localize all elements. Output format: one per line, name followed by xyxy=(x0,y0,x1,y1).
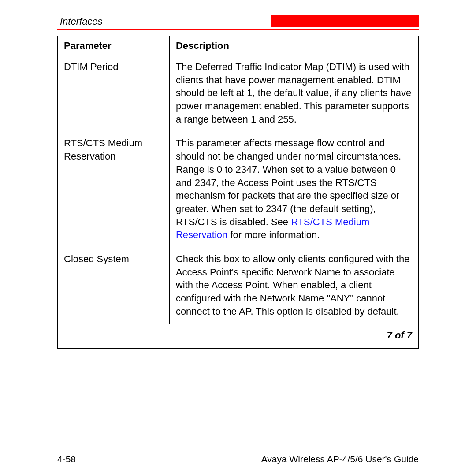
section-title: Interfaces xyxy=(57,16,103,27)
table-row: DTIM Period The Deferred Traffic Indicat… xyxy=(58,56,419,132)
page-footer: 4-58 Avaya Wireless AP-4/5/6 User's Guid… xyxy=(57,454,419,465)
page-header: Interfaces xyxy=(57,15,419,29)
desc-text-after: for more information. xyxy=(227,229,320,240)
column-header-parameter: Parameter xyxy=(58,36,170,56)
cell-parameter: DTIM Period xyxy=(58,56,170,132)
cell-description: This parameter affects message flow cont… xyxy=(169,132,418,248)
table-row: RTS/CTS Medium Reservation This paramete… xyxy=(58,132,419,248)
column-header-description: Description xyxy=(169,36,418,56)
parameter-table: Parameter Description DTIM Period The De… xyxy=(57,36,419,349)
table-row: Closed System Check this box to allow on… xyxy=(58,248,419,324)
header-rule xyxy=(57,29,419,30)
cell-description: The Deferred Traffic Indicator Map (DTIM… xyxy=(169,56,418,132)
cell-description: Check this box to allow only clients con… xyxy=(169,248,418,324)
desc-text-before: This parameter affects message flow cont… xyxy=(176,138,401,227)
page-number: 4-58 xyxy=(57,454,76,465)
table-pager-row: 7 of 7 xyxy=(58,324,419,349)
table-header-row: Parameter Description xyxy=(58,36,419,56)
table-pager: 7 of 7 xyxy=(58,324,419,349)
cell-parameter: Closed System xyxy=(58,248,170,324)
document-title: Avaya Wireless AP-4/5/6 User's Guide xyxy=(261,454,419,465)
cell-parameter: RTS/CTS Medium Reservation xyxy=(58,132,170,248)
header-accent-bar xyxy=(271,15,419,27)
